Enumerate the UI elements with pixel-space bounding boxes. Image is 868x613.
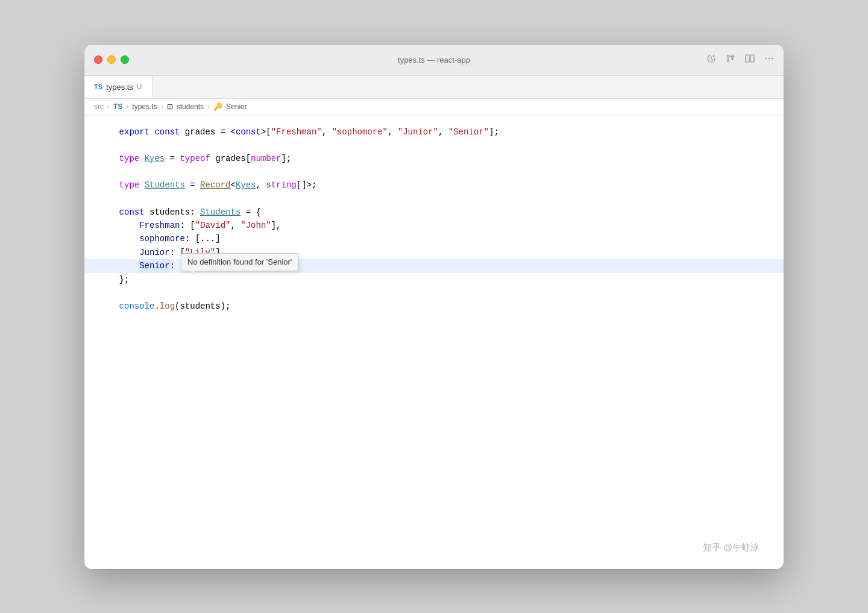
token: "Junior" xyxy=(398,125,438,139)
code-line-1: export const grades = < const >[ "Freshm… xyxy=(84,125,784,139)
token xyxy=(99,232,139,245)
token: }; xyxy=(99,273,129,286)
token: = xyxy=(185,178,200,192)
svg-point-6 xyxy=(769,58,770,59)
token: = { xyxy=(241,206,261,219)
token: Kyes xyxy=(236,178,256,192)
token: typeof xyxy=(180,152,210,165)
ts-badge: TS xyxy=(94,83,102,90)
token: students: xyxy=(145,206,200,219)
breadcrumb-sep-3: › xyxy=(161,102,163,111)
token xyxy=(99,152,119,165)
token: sophomore xyxy=(139,232,185,245)
breadcrumb-students: students xyxy=(177,102,204,111)
token: const xyxy=(236,125,261,139)
code-line-empty-1 xyxy=(84,139,784,152)
token: : [...] xyxy=(185,232,221,245)
token: . xyxy=(154,300,159,313)
token: number xyxy=(251,152,281,165)
token xyxy=(149,125,154,139)
watermark: 知乎 @牛蛙泳 xyxy=(703,540,760,555)
close-button[interactable] xyxy=(94,55,102,64)
token: (students); xyxy=(175,300,230,313)
code-line-students: type Students = Record < Kyes , string [… xyxy=(84,178,784,192)
token: const xyxy=(119,206,145,219)
tab-filename: types.ts xyxy=(106,83,133,92)
breadcrumb: src › TS › types.ts › ⊡ students › 🔑 Sen… xyxy=(84,99,784,116)
breadcrumb-sep-4: › xyxy=(207,102,210,111)
svg-point-5 xyxy=(766,58,767,59)
code-line-empty-2 xyxy=(84,165,784,178)
token: Students xyxy=(200,206,241,219)
token xyxy=(99,246,139,259)
breadcrumb-file: types.ts xyxy=(132,102,157,111)
token: , xyxy=(322,125,332,139)
token: type xyxy=(119,152,140,165)
token: , xyxy=(438,125,448,139)
token: : [ xyxy=(180,219,195,232)
token: = xyxy=(165,152,180,165)
token: , xyxy=(388,125,398,139)
token: Junior xyxy=(139,246,169,259)
breadcrumb-ts: TS xyxy=(113,102,122,111)
token: Students xyxy=(145,178,185,192)
minimize-button[interactable] xyxy=(107,55,116,64)
code-line-sophomore: sophomore : [...] xyxy=(84,232,784,245)
token xyxy=(99,219,139,232)
breadcrumb-senior: Senior xyxy=(226,102,247,111)
token: grades[ xyxy=(210,152,251,165)
bracket-icon: ⊡ xyxy=(167,102,173,111)
maximize-button[interactable] xyxy=(121,55,129,64)
tab-bar: TS types.ts U xyxy=(84,76,784,99)
code-line-empty-3 xyxy=(84,192,784,206)
more-icon[interactable] xyxy=(764,54,774,66)
token: "sophomore" xyxy=(332,125,388,139)
svg-point-1 xyxy=(732,55,734,57)
key-icon: 🔑 xyxy=(213,102,222,111)
svg-rect-4 xyxy=(750,55,754,62)
token xyxy=(139,152,144,165)
token: type xyxy=(119,178,140,192)
breadcrumb-sep-1: › xyxy=(107,102,110,111)
token: string xyxy=(266,178,296,192)
breadcrumb-src: src xyxy=(94,102,104,111)
token xyxy=(99,178,119,192)
token: export xyxy=(119,125,149,139)
branch-icon[interactable] xyxy=(726,54,735,66)
svg-point-0 xyxy=(728,55,729,57)
code-line-empty-4 xyxy=(84,286,784,300)
vscode-window: types.ts — react-app xyxy=(84,45,784,569)
svg-rect-3 xyxy=(746,55,749,62)
token xyxy=(139,178,144,192)
token: ]; xyxy=(489,125,499,139)
window-title: types.ts — react-app xyxy=(398,55,470,64)
hover-tooltip: No definition found for 'Senior' xyxy=(181,253,298,272)
token: , xyxy=(256,178,266,192)
token: "Freshman" xyxy=(271,125,322,139)
token: []>; xyxy=(297,178,317,192)
svg-point-2 xyxy=(728,60,729,62)
token: , xyxy=(230,219,241,232)
token: Kyes xyxy=(145,152,165,165)
split-icon[interactable] xyxy=(745,54,755,66)
svg-point-7 xyxy=(772,58,773,59)
token: console xyxy=(119,300,155,313)
token: "David" xyxy=(195,219,231,232)
code-line-kyes: type Kyes = typeof grades[ number ]; xyxy=(84,152,784,165)
traffic-lights xyxy=(94,55,129,64)
token: "John" xyxy=(241,219,271,232)
history-icon[interactable] xyxy=(706,54,716,66)
token: ]; xyxy=(281,152,292,165)
code-line-console: console . log (students); xyxy=(84,300,784,313)
token: >[ xyxy=(261,125,271,139)
toolbar-icons xyxy=(706,54,774,66)
token xyxy=(99,300,119,313)
record-token: Record xyxy=(200,178,230,192)
code-editor: export const grades = < const >[ "Freshm… xyxy=(84,116,784,569)
senior-token: Senior xyxy=(139,259,169,272)
code-line-close-brace: }; xyxy=(84,273,784,286)
tab-types-ts[interactable]: TS types.ts U xyxy=(84,76,153,98)
token: const xyxy=(154,125,180,139)
token: < xyxy=(230,178,235,192)
token xyxy=(99,125,119,139)
